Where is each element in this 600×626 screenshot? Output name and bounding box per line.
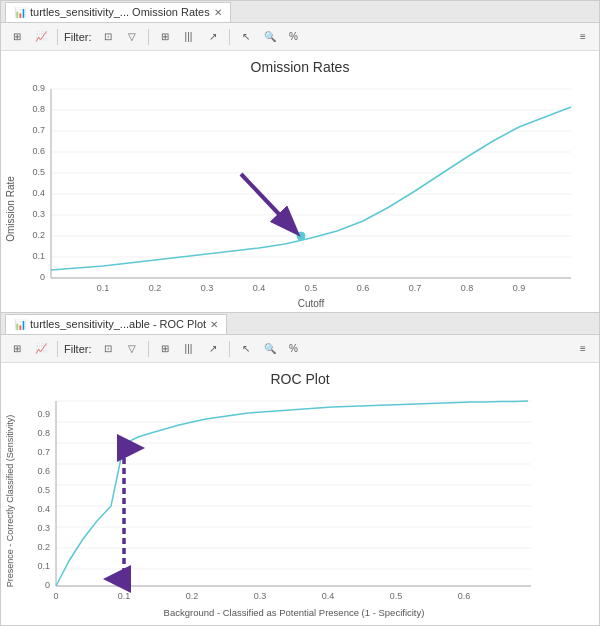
sep6 bbox=[229, 341, 230, 357]
tab-bar-1: 📊 turtles_sensitivity_... Omission Rates… bbox=[1, 1, 599, 23]
tab-label-2: turtles_sensitivity_...able - ROC Plot bbox=[30, 318, 206, 330]
x-axis-label-2: Background - Classified as Potential Pre… bbox=[164, 607, 425, 618]
funnel-icon[interactable]: ▽ bbox=[122, 27, 142, 47]
tab-label-1: turtles_sensitivity_... Omission Rates bbox=[30, 6, 210, 18]
svg-text:0.5: 0.5 bbox=[305, 283, 318, 293]
roc-plot-panel: 📊 turtles_sensitivity_...able - ROC Plot… bbox=[0, 313, 600, 626]
table-icon[interactable]: ⊞ bbox=[7, 27, 27, 47]
svg-text:0.8: 0.8 bbox=[32, 104, 45, 114]
svg-text:0.7: 0.7 bbox=[409, 283, 422, 293]
omission-highlight-point bbox=[297, 232, 305, 240]
omission-chart-area: Omission Rates Omission Rate 0 0.1 0.2 0… bbox=[1, 51, 599, 311]
svg-text:0.4: 0.4 bbox=[253, 283, 266, 293]
funnel-icon-2[interactable]: ▽ bbox=[122, 339, 142, 359]
y-axis-label-1: Omission Rate bbox=[5, 176, 16, 242]
svg-text:0.3: 0.3 bbox=[32, 209, 45, 219]
svg-text:0.6: 0.6 bbox=[32, 146, 45, 156]
zoom-icon[interactable]: 🔍 bbox=[260, 27, 280, 47]
zoom-icon-2[interactable]: 🔍 bbox=[260, 339, 280, 359]
sep2 bbox=[148, 29, 149, 45]
svg-text:0.2: 0.2 bbox=[149, 283, 162, 293]
omission-rates-panel: 📊 turtles_sensitivity_... Omission Rates… bbox=[0, 0, 600, 313]
svg-text:0.7: 0.7 bbox=[32, 125, 45, 135]
grid-icon[interactable]: ⊞ bbox=[155, 27, 175, 47]
tab-omission-rates[interactable]: 📊 turtles_sensitivity_... Omission Rates… bbox=[5, 2, 231, 22]
tab-bar-2: 📊 turtles_sensitivity_...able - ROC Plot… bbox=[1, 313, 599, 335]
filter-label-1: Filter: bbox=[64, 31, 92, 43]
svg-text:0.7: 0.7 bbox=[37, 447, 50, 457]
omission-curve bbox=[51, 107, 571, 270]
svg-text:0.2: 0.2 bbox=[186, 591, 199, 601]
svg-text:0.2: 0.2 bbox=[32, 230, 45, 240]
svg-text:0.8: 0.8 bbox=[461, 283, 474, 293]
svg-text:0.6: 0.6 bbox=[458, 591, 471, 601]
table-icon-2[interactable]: ⊞ bbox=[7, 339, 27, 359]
omission-chart-svg: Omission Rate 0 0.1 0.2 0.3 0.4 0.5 0.6 bbox=[1, 79, 600, 317]
svg-text:0.9: 0.9 bbox=[32, 83, 45, 93]
svg-text:0.9: 0.9 bbox=[37, 409, 50, 419]
svg-text:0.8: 0.8 bbox=[37, 428, 50, 438]
roc-chart-area: ROC Plot Presence - Correctly Classified… bbox=[1, 363, 599, 623]
roc-chart-svg: Presence - Correctly Classified (Sensiti… bbox=[1, 391, 600, 626]
svg-text:0: 0 bbox=[53, 591, 58, 601]
menu-icon-2[interactable]: ≡ bbox=[573, 339, 593, 359]
sep3 bbox=[229, 29, 230, 45]
sep5 bbox=[148, 341, 149, 357]
columns-icon-2[interactable]: ||| bbox=[179, 339, 199, 359]
roc-curve bbox=[56, 401, 528, 586]
svg-text:0.3: 0.3 bbox=[254, 591, 267, 601]
svg-text:0.1: 0.1 bbox=[37, 561, 50, 571]
svg-text:0.5: 0.5 bbox=[390, 591, 403, 601]
toolbar-2: ⊞ 📈 Filter: ⊡ ▽ ⊞ ||| ↗ ↖ 🔍 % ≡ bbox=[1, 335, 599, 363]
x-axis-label-1: Cutoff bbox=[298, 298, 325, 309]
percent-icon-2[interactable]: % bbox=[284, 339, 304, 359]
grid-icon-2[interactable]: ⊞ bbox=[155, 339, 175, 359]
menu-icon-1[interactable]: ≡ bbox=[573, 27, 593, 47]
svg-text:0.6: 0.6 bbox=[357, 283, 370, 293]
tab-icon-1: 📊 bbox=[14, 7, 26, 18]
chart-icon-2[interactable]: 📈 bbox=[31, 339, 51, 359]
roc-highlight-point bbox=[120, 440, 128, 448]
svg-text:0.4: 0.4 bbox=[322, 591, 335, 601]
filter-icon-2[interactable]: ⊡ bbox=[98, 339, 118, 359]
svg-text:0.4: 0.4 bbox=[32, 188, 45, 198]
columns-icon[interactable]: ||| bbox=[179, 27, 199, 47]
svg-text:0.1: 0.1 bbox=[97, 283, 110, 293]
percent-icon[interactable]: % bbox=[284, 27, 304, 47]
svg-text:0: 0 bbox=[40, 272, 45, 282]
svg-text:0.3: 0.3 bbox=[37, 523, 50, 533]
chart-icon[interactable]: 📈 bbox=[31, 27, 51, 47]
svg-text:0.9: 0.9 bbox=[513, 283, 526, 293]
select-icon-2[interactable]: ↖ bbox=[236, 339, 256, 359]
tab-icon-2: 📊 bbox=[14, 319, 26, 330]
roc-chart-title: ROC Plot bbox=[1, 363, 599, 387]
svg-text:0.1: 0.1 bbox=[32, 251, 45, 261]
omission-chart-title: Omission Rates bbox=[1, 51, 599, 75]
svg-text:0.2: 0.2 bbox=[37, 542, 50, 552]
sep1 bbox=[57, 29, 58, 45]
filter-icon[interactable]: ⊡ bbox=[98, 27, 118, 47]
svg-text:0.3: 0.3 bbox=[201, 283, 214, 293]
tab-close-1[interactable]: ✕ bbox=[214, 7, 222, 18]
y-axis-label-2: Presence - Correctly Classified (Sensiti… bbox=[5, 415, 15, 588]
toolbar-1: ⊞ 📈 Filter: ⊡ ▽ ⊞ ||| ↗ ↖ 🔍 % ≡ bbox=[1, 23, 599, 51]
tab-roc-plot[interactable]: 📊 turtles_sensitivity_...able - ROC Plot… bbox=[5, 314, 227, 334]
svg-text:0.6: 0.6 bbox=[37, 466, 50, 476]
select-icon[interactable]: ↖ bbox=[236, 27, 256, 47]
export-icon[interactable]: ↗ bbox=[203, 27, 223, 47]
svg-text:0.5: 0.5 bbox=[37, 485, 50, 495]
filter-label-2: Filter: bbox=[64, 343, 92, 355]
svg-text:0: 0 bbox=[45, 580, 50, 590]
export-icon-2[interactable]: ↗ bbox=[203, 339, 223, 359]
sep4 bbox=[57, 341, 58, 357]
svg-text:0.4: 0.4 bbox=[37, 504, 50, 514]
omission-arrow bbox=[241, 174, 295, 231]
svg-text:0.1: 0.1 bbox=[118, 591, 131, 601]
svg-text:0.5: 0.5 bbox=[32, 167, 45, 177]
tab-close-2[interactable]: ✕ bbox=[210, 319, 218, 330]
